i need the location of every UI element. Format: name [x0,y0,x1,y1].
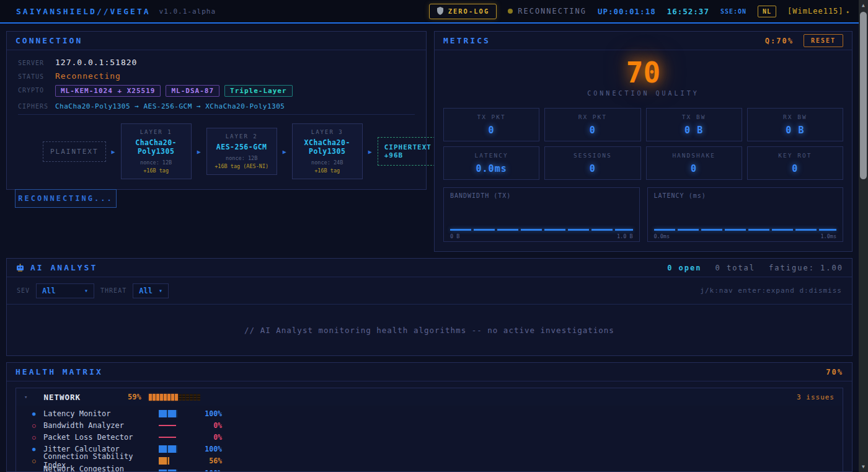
layer-2-cipher: AES-256-GCM [213,143,270,151]
item-name: Network Congestion Predictor [43,465,159,472]
tile-tx-pkt: TX PKT 0 [443,108,539,141]
status-label: RECONNECTING [518,7,587,16]
caret-down-icon: ▾ [24,394,27,400]
connection-status: RECONNECTING [508,7,587,16]
threat-select[interactable]: All ▾ [133,283,169,298]
item-percent: 100% [177,469,222,472]
tile-label: HANDSHAKE [672,152,715,159]
topbar-status-cluster: ZERO-LOG RECONNECTING UP:00:01:18 16:52:… [429,4,850,19]
tile-value: 0 [590,163,596,174]
ai-filter-row: SEV All ▾ THREAT All ▾ j/k:nav enter:exp… [7,277,852,305]
severity-label: SEV [17,287,30,294]
fatigue-value: fatigue: 1.00 [769,264,843,272]
tile-label: LATENCY [475,152,508,159]
chevron-down-icon: ▾ [84,287,88,294]
crypto-row: CRYPTO ML-KEM-1024 + X25519 ML-DSA-87 Tr… [18,85,415,97]
app-version: v1.0.1-alpha [159,7,216,16]
layer-3-tag: +16B tag [299,167,356,174]
threat-value: All [139,287,153,295]
server-row: SERVER 127.0.0.1:51820 [18,58,415,67]
tile-label: SESSIONS [574,152,612,159]
health-items-list: ● Latency Monitor 100% ○ Bandwidth Analy… [16,406,843,472]
status-dot-icon: ○ [32,422,43,429]
status-dot-icon: ● [32,411,43,417]
tile-label: RX PKT [578,114,607,120]
scrollbar-thumb[interactable] [860,12,867,179]
ai-stats: 0 open 0 total fatigue: 1.00 [667,264,843,272]
status-dot-icon: ○ [32,458,43,464]
language-toggle[interactable]: NL [758,6,776,17]
tile-latency: LATENCY 0.0ms [443,146,539,180]
health-item-network-congestion-predictor[interactable]: ● Network Congestion Predictor 100% [24,467,835,472]
plaintext-box: PLAINTEXT [43,141,106,162]
zero-log-badge[interactable]: ZERO-LOG [429,4,497,19]
connection-panel-header: CONNECTION [7,32,426,50]
zero-log-label: ZERO-LOG [448,7,490,15]
crypto-label: CRYPTO [18,85,55,94]
health-matrix-panel: HEALTH MATRIX 70% ▾ NETWORK 59% 3 issues… [6,362,852,472]
layer-1-cipher: ChaCha20-Poly1305 [128,138,185,156]
ciphers-row: CIPHERS ChaCha20-Poly1305 → AES-256-GCM … [18,101,415,110]
ciphers-label: CIPHERS [18,101,55,110]
total-count: 0 total [715,264,756,272]
health-item-packet-loss-detector[interactable]: ○ Packet Loss Detector 0% [24,431,835,443]
quality-label: CONNECTION QUALITY [443,90,843,97]
user-menu[interactable]: [WimLee115]✦ [787,7,850,16]
status-dot-icon: ○ [32,434,43,440]
reset-button[interactable]: RESET [804,34,843,47]
chart-title: BANDWIDTH (TX) [450,192,633,199]
arrow-right-icon: ▶ [112,148,115,155]
mini-bar [159,410,177,417]
status-dot-icon: ● [32,446,43,452]
tile-key-rot: KEY ROT 0 [747,146,843,180]
sparkline-charts: BANDWIDTH (TX) 0 B 1.0 B LATENCY (ms) 0.… [443,187,843,242]
layer-2-tag: +16B tag (AES-NI) [213,163,270,169]
tile-value: 0 [489,125,495,136]
ai-empty-message: // AI Analyst monitoring health algorith… [7,305,852,355]
connection-title: CONNECTION [16,36,82,45]
reconnect-button[interactable]: RECONNECTING... [15,189,117,208]
network-group-header[interactable]: ▾ NETWORK 59% 3 issues [16,388,843,406]
encryption-layer-2: LAYER 2 AES-256-GCM nonce: 12B +16B tag … [206,128,277,175]
layer-2-nonce: nonce: 12B [213,155,270,161]
health-item-latency-monitor[interactable]: ● Latency Monitor 100% [24,407,835,419]
status-dot-icon [508,9,513,14]
tile-value: 0 [590,125,596,136]
tile-sessions: SESSIONS 0 [544,146,640,180]
scroll-up-arrow[interactable]: ▲ [859,1,868,10]
segmented-progress-bar [149,394,200,401]
latency-chart: LATENCY (ms) 0.0ms 1.0ms [647,187,844,242]
issues-count: 3 issues [797,393,835,401]
tile-rx-bw: RX BW 0 B [747,108,843,141]
threat-label: THREAT [100,287,126,294]
ciphers-value: ChaCha20-Poly1305 → AES-256-GCM → XChaCh… [55,101,285,110]
encryption-layer-3: LAYER 3 XChaCha20-Poly1305 nonce: 24B +1… [292,123,363,179]
scroll-down-arrow[interactable]: ▼ [859,462,868,471]
tile-label: TX PKT [477,114,505,120]
mini-bar [159,457,177,465]
bandwidth-chart: BANDWIDTH (TX) 0 B 1.0 B [443,187,640,242]
severity-select[interactable]: All ▾ [36,283,94,298]
layer-3-nonce: nonce: 24B [299,159,356,166]
item-percent: 56% [177,456,222,465]
chart-title: LATENCY (ms) [654,192,837,199]
flat-line-series [450,229,633,231]
tile-tx-bw: TX BW 0 B [646,108,742,141]
flat-line-series [654,229,837,231]
status-row: STATUS Reconnecting [18,71,415,81]
main-content: CONNECTION SERVER 127.0.0.1:51820 STATUS… [0,25,859,472]
item-percent: 0% [177,421,222,430]
group-name: NETWORK [43,393,81,402]
ai-analyst-title: AI ANALYST [30,263,97,272]
layer-3-label: LAYER 3 [299,129,356,135]
chart-max-label: 1.0ms [820,233,836,239]
item-name: Packet Loss Detector [43,433,159,442]
arrow-right-icon: ▶ [197,148,201,155]
quality-badge: Q:70% [765,37,794,45]
encryption-pipeline: PLAINTEXT ▶ LAYER 1 ChaCha20-Poly1305 no… [7,115,426,179]
metrics-title: METRICS [443,36,490,45]
layer-3-cipher: XChaCha20-Poly1305 [299,138,356,156]
arrow-right-icon: ▶ [368,148,372,155]
health-item-bandwidth-analyzer[interactable]: ○ Bandwidth Analyzer 0% [24,419,835,431]
item-name: Bandwidth Analyzer [43,421,159,430]
